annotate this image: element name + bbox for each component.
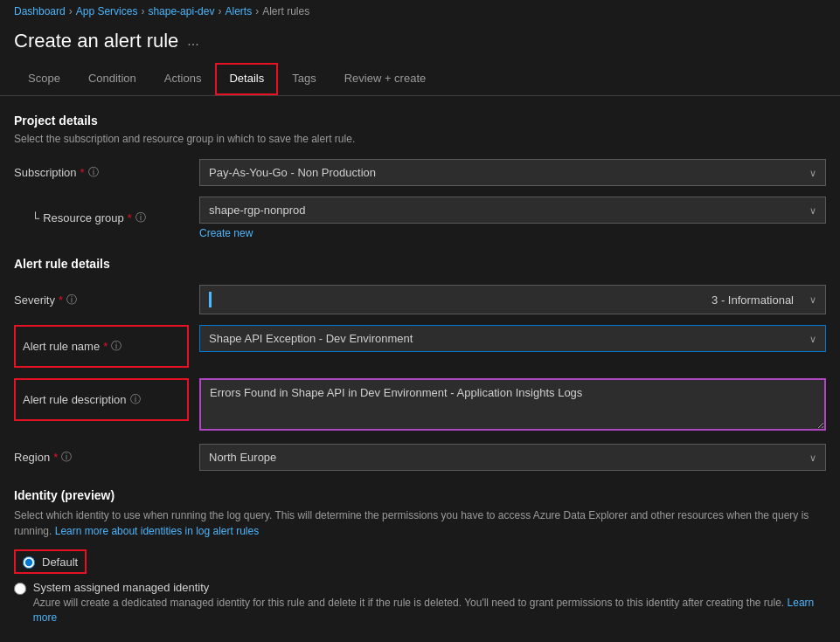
region-control: North Europe ∨ xyxy=(199,444,826,471)
identity-title: Identity (preview) xyxy=(14,488,826,502)
resource-group-info-icon[interactable]: ⓘ xyxy=(135,211,146,225)
alert-desc-label-box: Alert rule description ⓘ xyxy=(14,378,189,421)
subscription-row: Subscription * ⓘ Pay-As-You-Go - Non Pro… xyxy=(14,159,826,186)
region-row: Region * ⓘ North Europe ∨ xyxy=(14,444,826,471)
subscription-info-icon[interactable]: ⓘ xyxy=(88,165,99,180)
system-assigned-radio[interactable] xyxy=(14,583,26,595)
default-radio-item[interactable]: Default xyxy=(14,549,826,574)
system-assigned-desc: Azure will create a dedicated managed id… xyxy=(33,596,826,625)
default-radio-box: Default xyxy=(14,549,87,574)
page-title-row: Create an alert rule ... xyxy=(0,23,840,63)
tab-details[interactable]: Details xyxy=(215,63,278,95)
breadcrumb: Dashboard › App Services › shape-api-dev… xyxy=(0,0,840,23)
alert-name-dropdown[interactable]: Shape API Exception - Dev Environment ∨ xyxy=(199,325,826,352)
breadcrumb-app-services[interactable]: App Services xyxy=(76,5,138,17)
menu-icon[interactable]: ... xyxy=(187,33,198,49)
alert-rule-details-section: Alert rule details xyxy=(14,257,826,271)
alert-name-label-box: Alert rule name * ⓘ xyxy=(14,325,189,368)
tabs-row: Scope Condition Actions Details Tags Rev… xyxy=(0,63,840,96)
project-details-title: Project details xyxy=(14,114,826,128)
identity-section: Identity (preview) Select which identity… xyxy=(14,488,826,625)
identity-radio-group: Default System assigned managed identity… xyxy=(14,549,826,625)
system-assigned-content: System assigned managed identity Azure w… xyxy=(33,581,826,625)
subscription-chevron-icon: ∨ xyxy=(809,167,816,178)
severity-dropdown[interactable]: 3 - Informational ∨ xyxy=(199,285,826,314)
alert-rule-details-title: Alert rule details xyxy=(14,257,826,271)
alert-desc-textarea[interactable]: Errors Found in Shape API in Dev Environ… xyxy=(199,378,826,431)
alert-desc-control: Errors Found in Shape API in Dev Environ… xyxy=(199,378,826,433)
breadcrumb-alert-rules: Alert rules xyxy=(262,5,309,17)
severity-control: 3 - Informational ∨ xyxy=(199,285,826,314)
alert-desc-info-icon[interactable]: ⓘ xyxy=(130,392,141,407)
create-new-link[interactable]: Create new xyxy=(199,227,253,239)
alert-name-info-icon[interactable]: ⓘ xyxy=(111,339,121,354)
severity-chevron-icon: ∨ xyxy=(809,294,816,306)
severity-indicator xyxy=(209,292,212,307)
region-dropdown[interactable]: North Europe ∨ xyxy=(199,444,826,471)
severity-label: Severity * ⓘ xyxy=(14,293,189,307)
tab-actions[interactable]: Actions xyxy=(150,63,216,95)
alert-name-control: Shape API Exception - Dev Environment ∨ xyxy=(199,325,826,352)
tab-condition[interactable]: Condition xyxy=(74,63,150,95)
subscription-control: Pay-As-You-Go - Non Production ∨ xyxy=(199,159,826,186)
alert-desc-row: Alert rule description ⓘ Errors Found in… xyxy=(14,378,826,433)
resource-group-chevron-icon: ∨ xyxy=(809,204,816,216)
tab-review-create[interactable]: Review + create xyxy=(330,63,441,95)
alert-name-label-col: Alert rule name * ⓘ xyxy=(14,325,189,368)
resource-group-label: └ Resource group * ⓘ xyxy=(14,211,189,225)
alert-desc-label-col: Alert rule description ⓘ xyxy=(14,378,189,421)
tab-tags[interactable]: Tags xyxy=(278,63,330,95)
default-radio[interactable] xyxy=(23,556,35,569)
alert-name-row: Alert rule name * ⓘ Shape API Exception … xyxy=(14,325,826,368)
region-label: Region * ⓘ xyxy=(14,450,189,465)
severity-info-icon[interactable]: ⓘ xyxy=(66,293,77,307)
system-assigned-label: System assigned managed identity xyxy=(33,581,826,594)
region-chevron-icon: ∨ xyxy=(809,452,816,463)
breadcrumb-shape-api-dev[interactable]: shape-api-dev xyxy=(148,5,214,17)
identity-desc: Select which identity to use when runnin… xyxy=(14,507,826,539)
system-assigned-radio-item[interactable]: System assigned managed identity Azure w… xyxy=(14,581,826,625)
project-details-desc: Select the subscription and resource gro… xyxy=(14,133,826,145)
alert-name-chevron-icon: ∨ xyxy=(809,333,816,344)
identity-learn-more-link[interactable]: Learn more about identities in log alert… xyxy=(55,525,259,537)
severity-row: Severity * ⓘ 3 - Informational ∨ xyxy=(14,285,826,314)
tab-scope[interactable]: Scope xyxy=(14,63,74,95)
default-radio-label: Default xyxy=(42,556,78,569)
subscription-dropdown[interactable]: Pay-As-You-Go - Non Production ∨ xyxy=(199,159,826,186)
subscription-label: Subscription * ⓘ xyxy=(14,165,189,180)
breadcrumb-dashboard[interactable]: Dashboard xyxy=(14,5,66,17)
resource-group-row: └ Resource group * ⓘ shape-rgp-nonprod ∨… xyxy=(14,197,826,239)
region-info-icon[interactable]: ⓘ xyxy=(61,450,72,465)
main-content: Project details Select the subscription … xyxy=(0,96,840,642)
resource-group-control: shape-rgp-nonprod ∨ Create new xyxy=(199,197,826,239)
page-title: Create an alert rule xyxy=(14,30,178,52)
resource-group-dropdown[interactable]: shape-rgp-nonprod ∨ xyxy=(199,197,826,224)
breadcrumb-alerts[interactable]: Alerts xyxy=(225,5,252,17)
